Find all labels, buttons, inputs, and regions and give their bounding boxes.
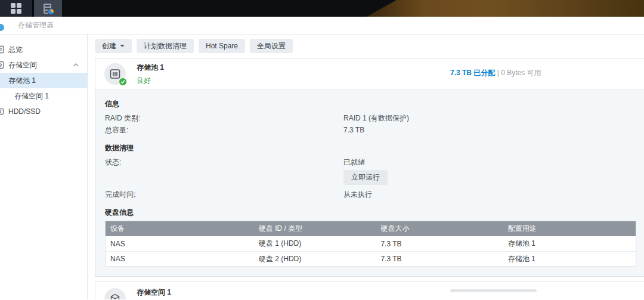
- cell-device: NAS: [106, 240, 254, 248]
- sidebar-item-label: HDD/SSD: [8, 107, 41, 116]
- sidebar-item-storage[interactable]: 存储空间: [0, 57, 87, 73]
- volume-icon: [104, 288, 126, 299]
- separator: |: [497, 69, 499, 77]
- storage-pool-header[interactable]: 存储池 1 良好 7.3 TB 已分配 | 0 Bytes 可用: [95, 58, 644, 89]
- finish-time-value: 从未执行: [343, 188, 372, 200]
- table-row[interactable]: NAS 硬盘 1 (HDD) 7.3 TB 存储池 1: [106, 236, 636, 251]
- finish-time-label: 完成时间:: [105, 188, 343, 200]
- cell-allocation: 存储池 1: [503, 239, 636, 249]
- global-settings-button[interactable]: 全局设置: [250, 39, 293, 53]
- volume-available: 7 TB 可用: [483, 298, 514, 299]
- col-drive-id: 硬盘 ID / 类型: [254, 224, 376, 234]
- drive-table-header: 设备 硬盘 ID / 类型 硬盘大小 配置用途: [106, 221, 636, 236]
- apps-grid-icon: [11, 3, 21, 14]
- volume-usage-bar: [450, 289, 537, 292]
- sidebar-item-label: 存储空间 1: [14, 91, 49, 101]
- volume-card: 存储空间 1 良好 76.4 MB | 7 TB 可用: [95, 282, 644, 299]
- pool-title: 存储池 1: [137, 63, 164, 73]
- col-drive-size: 硬盘大小: [376, 224, 503, 234]
- cell-drive-id: 硬盘 1 (HDD): [254, 239, 376, 249]
- toolbar: 创建 计划数据清理 Hot Spare 全局设置: [95, 39, 644, 53]
- info-heading: 信息: [105, 99, 644, 109]
- separator: |: [479, 298, 481, 299]
- raid-type-value: RAID 1 (有数据保护): [343, 112, 409, 124]
- taskbar-storage-manager-tab[interactable]: [34, 0, 62, 17]
- create-button[interactable]: 创建: [95, 39, 132, 53]
- storage-pool-icon: [104, 63, 126, 85]
- sidebar-item-volume-1[interactable]: 存储空间 1: [0, 88, 87, 104]
- desktop-wallpaper: [364, 0, 644, 17]
- capacity-value: 7.3 TB: [343, 124, 364, 136]
- sidebar-item-label: 总览: [8, 45, 23, 55]
- taskbar: [0, 0, 644, 17]
- pool-status: 良好: [137, 76, 164, 86]
- scrub-status-label: 状态:: [105, 156, 343, 168]
- volume-usage-text: 76.4 MB | 7 TB 可用: [450, 298, 537, 299]
- storage-pool-card: 存储池 1 良好 7.3 TB 已分配 | 0 Bytes 可用 信息 RAID…: [95, 58, 644, 277]
- capacity-label: 总容量:: [105, 124, 343, 136]
- create-button-label: 创建: [102, 41, 116, 51]
- raid-type-label: RAID 类别:: [105, 112, 343, 124]
- hot-spare-button[interactable]: Hot Spare: [199, 39, 245, 53]
- cell-drive-size: 7.3 TB: [376, 240, 503, 248]
- app-icon-partial: [0, 24, 4, 31]
- scrubbing-heading: 数据清理: [105, 143, 644, 153]
- drive-table: 设备 硬盘 ID / 类型 硬盘大小 配置用途 NAS 硬盘 1 (HDD) 7…: [105, 221, 636, 267]
- healthy-check-badge: [119, 78, 127, 86]
- volume-usage: 76.4 MB | 7 TB 可用: [450, 289, 537, 299]
- cell-drive-size: 7.3 TB: [376, 255, 503, 263]
- scrub-status-value: 已就绪: [343, 156, 365, 168]
- volume-title: 存储空间 1: [137, 287, 171, 298]
- cell-device: NAS: [106, 255, 254, 263]
- volume-group-icon: [0, 61, 4, 69]
- pool-usage-text: 7.3 TB 已分配 | 0 Bytes 可用: [450, 68, 541, 78]
- dsm-desktop: 存储管理器 总览 存储空间 存储池 1: [0, 0, 644, 300]
- drive-info-heading: 硬盘信息: [105, 208, 644, 218]
- sidebar-item-hdd-ssd[interactable]: HDD/SSD: [0, 104, 87, 119]
- main-menu-button[interactable]: [0, 0, 32, 17]
- sidebar-item-pool-1[interactable]: 存储池 1: [0, 73, 87, 88]
- scheduled-scrubbing-button[interactable]: 计划数据清理: [137, 39, 194, 53]
- overview-icon: [0, 45, 4, 54]
- main-panel: 创建 计划数据清理 Hot Spare 全局设置: [88, 35, 644, 299]
- sidebar-item-label: 存储池 1: [8, 76, 36, 86]
- pool-available: 0 Bytes 可用: [501, 69, 541, 77]
- storage-pool-details: 信息 RAID 类别: RAID 1 (有数据保护) 总容量: 7.3 TB 数…: [95, 89, 644, 276]
- col-device: 设备: [106, 224, 254, 234]
- table-row[interactable]: NAS 硬盘 2 (HDD) 7.3 TB 存储池 1: [106, 251, 636, 266]
- page-title: 存储管理器: [18, 20, 54, 30]
- disk-icon: [0, 107, 4, 116]
- pool-allocated: 7.3 TB 已分配: [450, 69, 495, 77]
- sidebar: 总览 存储空间 存储池 1 存储空间 1 HDD/: [0, 35, 88, 299]
- sidebar-item-overview[interactable]: 总览: [0, 42, 87, 57]
- volume-header[interactable]: 存储空间 1 良好 76.4 MB | 7 TB 可用: [95, 282, 644, 299]
- caret-down-icon: [120, 45, 125, 47]
- run-now-button[interactable]: 立即运行: [343, 170, 388, 185]
- sidebar-item-label: 存储空间: [8, 60, 37, 70]
- window-titlebar: 存储管理器: [0, 17, 644, 35]
- chevron-up-icon[interactable]: [73, 62, 79, 68]
- volume-used: 76.4 MB: [450, 298, 477, 299]
- cell-allocation: 存储池 1: [503, 254, 636, 264]
- cell-drive-id: 硬盘 2 (HDD): [254, 254, 376, 264]
- storage-manager-icon: [44, 4, 53, 14]
- col-allocation: 配置用途: [503, 224, 636, 234]
